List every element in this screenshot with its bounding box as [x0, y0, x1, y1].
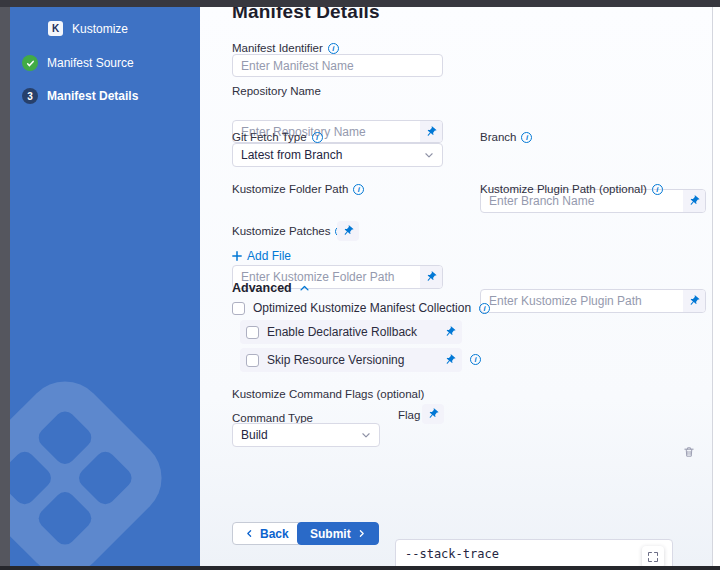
wizard-sidebar: Manifest Type K Kustomize Manifest Sourc…	[10, 0, 200, 570]
kustomize-plugin-path-input[interactable]	[480, 289, 706, 313]
add-file-button[interactable]: Add File	[232, 249, 291, 263]
step-kustomize[interactable]: K Kustomize	[48, 21, 128, 36]
skip-resource-versioning-checkbox[interactable]	[246, 354, 259, 367]
flag-value: --stack-trace	[405, 547, 499, 561]
info-icon[interactable]: i	[328, 43, 339, 54]
chevron-down-icon	[424, 150, 434, 160]
pin-icon[interactable]	[420, 121, 442, 142]
manifest-identifier-label: Manifest Identifier i	[232, 42, 339, 54]
trash-icon[interactable]	[682, 445, 696, 459]
page-title: Manifest Details	[232, 7, 380, 23]
step-manifest-source[interactable]: Manifest Source	[22, 55, 134, 71]
pin-icon[interactable]	[444, 326, 456, 338]
kustomize-folder-path-label: Kustomize Folder Path i	[232, 183, 364, 195]
command-type-select[interactable]: Build	[232, 423, 380, 447]
declarative-rollback-label: Enable Declarative Rollback	[267, 325, 417, 339]
check-icon	[22, 55, 38, 71]
step-number-badge: 3	[22, 88, 38, 104]
pin-icon[interactable]	[422, 404, 444, 424]
info-icon[interactable]: i	[353, 184, 364, 195]
optimized-collection-label: Optimized Kustomize Manifest Collection	[253, 301, 471, 315]
submit-button[interactable]: Submit	[297, 522, 379, 545]
pin-icon[interactable]	[337, 221, 359, 241]
chevron-up-icon	[299, 283, 310, 294]
branch-label: Branch i	[480, 131, 532, 143]
step-label: Manifest Details	[47, 89, 138, 103]
pin-icon[interactable]	[683, 190, 705, 212]
manifest-identifier-input[interactable]	[232, 54, 443, 77]
plus-icon	[232, 251, 242, 261]
command-flags-heading: Kustomize Command Flags (optional)	[232, 388, 424, 400]
app-window: Manifest Type K Kustomize Manifest Sourc…	[0, 0, 720, 570]
scrollbar[interactable]	[712, 7, 720, 566]
flag-input[interactable]: --stack-trace	[395, 539, 673, 566]
advanced-section-toggle[interactable]: Advanced	[232, 281, 310, 295]
step-manifest-details[interactable]: 3 Manifest Details	[22, 88, 138, 104]
back-button[interactable]: Back	[232, 522, 302, 545]
info-icon[interactable]: i	[470, 354, 481, 365]
skip-resource-versioning-label: Skip Resource Versioning	[267, 353, 404, 367]
git-fetch-type-select[interactable]: Latest from Branch	[232, 143, 443, 167]
expand-icon[interactable]	[642, 546, 664, 566]
chevron-left-icon	[245, 529, 254, 538]
chevron-right-icon	[357, 529, 366, 538]
info-icon[interactable]: i	[521, 132, 532, 143]
pin-icon[interactable]	[420, 266, 442, 288]
harness-logo-watermark	[10, 365, 178, 570]
step-label: Kustomize	[72, 22, 128, 36]
optimized-collection-checkbox[interactable]	[232, 302, 245, 315]
kustomize-icon: K	[48, 21, 63, 36]
top-window-strip	[0, 0, 720, 7]
repository-name-label: Repository Name	[232, 85, 321, 97]
kustomize-plugin-path-label: Kustomize Plugin Path (optional) i	[480, 183, 663, 195]
background-page-strip	[0, 0, 10, 570]
info-icon[interactable]: i	[652, 184, 663, 195]
info-icon[interactable]: i	[479, 303, 490, 314]
kustomize-patches-label: Kustomize Patches i	[232, 225, 346, 237]
git-fetch-type-label: Git Fetch Type i	[232, 131, 323, 143]
info-icon[interactable]: i	[312, 132, 323, 143]
declarative-rollback-checkbox[interactable]	[246, 326, 259, 339]
step-label: Manifest Source	[47, 56, 134, 70]
flag-label: Flag	[398, 409, 420, 421]
bottom-window-strip	[0, 566, 720, 570]
chevron-down-icon	[361, 430, 371, 440]
manifest-details-panel: Manifest Details Manifest Identifier i R…	[200, 7, 712, 566]
pin-icon[interactable]	[683, 290, 705, 312]
pin-icon[interactable]	[444, 354, 456, 366]
